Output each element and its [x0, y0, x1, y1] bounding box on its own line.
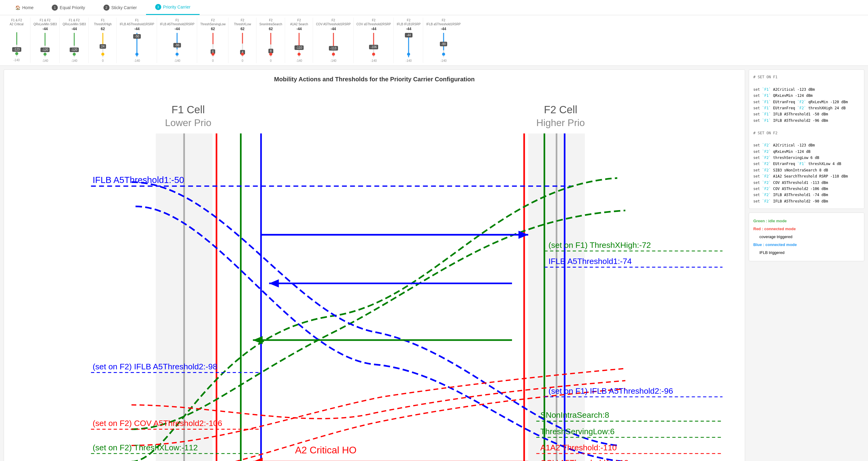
slider-top-7: 62	[240, 27, 244, 31]
slider-bot-7: 0	[242, 59, 243, 62]
slider-track-7[interactable]: 4	[238, 33, 247, 57]
slider-freq-8: F2	[269, 18, 273, 22]
slider-bot-8: 0	[270, 59, 272, 62]
track-fill-8	[271, 33, 271, 45]
slider-track-10[interactable]: -113	[329, 33, 338, 57]
slider-track-5[interactable]: -96	[173, 33, 182, 57]
tab2-label: Sticky Carrier	[111, 5, 137, 10]
iflb-a5t2-right-label: (set on F1) IFLB A5Threshold2:-96	[549, 386, 673, 396]
tab2-badge: 2	[103, 5, 110, 11]
slider-track-2[interactable]: -120	[70, 33, 79, 57]
thumb-box-4[interactable]: -50	[133, 34, 141, 39]
slider-group-6[interactable]: F2 ThreshServingLow 62 6 0	[198, 18, 228, 63]
nav-equal-priority[interactable]: 1 Equal Priority	[42, 0, 94, 15]
f2-line-2: set `F2` qRxLevMin -124 dB	[753, 149, 860, 155]
slider-param-2: QRxLevMin SIB3	[63, 22, 86, 26]
f2-line-8: set `F2` COV A5Threshold2 -106 dBm	[753, 186, 860, 192]
slider-freq-10: F2	[332, 18, 335, 22]
f1-line-4: set `F1` EUtranFreq `F2` threshXHigh 24 …	[753, 105, 860, 111]
f2-line-9: set `F2` IFLB A5Threshold1 -74 dBm	[753, 192, 860, 198]
nav-priority-carrier[interactable]: 3 Priority Carrier	[146, 0, 199, 15]
thumb-dot-2	[73, 53, 76, 56]
slider-group-2[interactable]: F1 & F2 QRxLevMin SIB3 -44 -120 -140	[60, 18, 89, 63]
slider-freq-0: F1 & F2	[11, 18, 22, 22]
f2-line-10: set `F2` IFLB A5Threshold2 -90 dBm	[753, 198, 860, 204]
home-icon: 🏠	[15, 5, 20, 10]
top-navigation: 🏠 Home 1 Equal Priority 2 Sticky Carrier…	[0, 0, 868, 15]
slider-track-11[interactable]: -106	[369, 33, 378, 57]
slider-freq-11: F2	[372, 18, 375, 22]
f1-line-2: set `F1` QRxLevMin -124 dBm	[753, 92, 860, 99]
thumb-box-12[interactable]: -44	[405, 33, 412, 37]
slider-group-10[interactable]: F2 COV A5Threshold1RSRP -44 -113 -140	[314, 18, 353, 63]
code-panel: # SET ON F1 set `F1` A2Critical -123 dBm…	[749, 69, 864, 461]
slider-group-5[interactable]: F1 IFLB A5Threshold2RSRP -44 -96 -140	[158, 18, 197, 63]
main-chart-svg: F1 Cell Lower Prio F2 Cell Higher Prio	[10, 89, 739, 461]
tab3-badge: 3	[155, 4, 161, 10]
legend-green: Green : idle mode	[753, 217, 860, 225]
slider-bot-6: 0	[212, 59, 214, 62]
a2-critical-label: A2 Critical HO	[295, 444, 356, 456]
thumb-box-11[interactable]: -106	[369, 45, 378, 49]
threshserv-label: ThreshServingLow:6	[540, 427, 615, 436]
slider-group-3[interactable]: F1 ThreshXHigh 62 24 0	[89, 18, 117, 63]
slider-track-1[interactable]: -120	[40, 33, 50, 57]
slider-track-13[interactable]: -90	[439, 33, 448, 57]
slider-track-0[interactable]: -123	[12, 32, 21, 57]
slider-track-8[interactable]: 8	[266, 33, 275, 57]
slider-track-4[interactable]: -50	[132, 33, 142, 57]
thumb-box-10[interactable]: -113	[329, 46, 338, 51]
slider-group-1[interactable]: F1 & F2 QRxLevMin SIB3 -44 -120 -140	[31, 18, 60, 63]
slider-top-5: -44	[175, 27, 180, 31]
thumb-dot-8	[269, 53, 272, 56]
slider-group-11[interactable]: F2 COV a5Threshold2RSRP -44 -106 -140	[354, 18, 394, 63]
slider-param-12: IFLB IFLB1RSRP	[397, 22, 421, 26]
slider-track-9[interactable]: -110	[294, 33, 304, 57]
slider-top-9: -44	[296, 27, 302, 31]
legend-box: Green : idle mode Red : connected mode c…	[749, 212, 864, 261]
slider-track-12[interactable]: -44	[404, 33, 413, 57]
thumb-box-0[interactable]: -123	[12, 47, 21, 52]
thumb-box-13[interactable]: -90	[440, 42, 447, 46]
slider-bot-11: -140	[371, 59, 377, 62]
thumb-box-1[interactable]: -120	[40, 48, 50, 52]
f2-line-6: set `F2` A1A2 SearchThreshold RSRP -110 …	[753, 173, 860, 179]
slider-param-4: IFLB A5Threshold1RSRP	[120, 22, 154, 26]
slider-param-13: IFLB a5Threshold1RSRP	[426, 22, 461, 26]
slider-top-10: -44	[331, 27, 336, 31]
thumb-box-2[interactable]: -120	[70, 48, 79, 52]
slider-group-7[interactable]: F2 ThreshXLow 62 4 0	[229, 18, 256, 63]
f1-line-5: set `F1` IFLB A5Threshold1 -50 dBm	[753, 111, 860, 117]
track-fill-6	[212, 33, 213, 44]
slider-group-13[interactable]: F2 IFLB a5Threshold1RSRP -44 -90 -140	[424, 18, 463, 63]
nav-home[interactable]: 🏠 Home	[6, 0, 42, 15]
slider-top-13: -44	[441, 27, 446, 31]
slider-group-12[interactable]: F2 IFLB IFLB1RSRP -44 -44 -140	[394, 18, 423, 63]
slider-freq-2: F1 & F2	[69, 18, 80, 22]
f2-cell-sub: Higher Prio	[536, 117, 585, 128]
slider-freq-12: F2	[407, 18, 410, 22]
slider-top-1: -44	[42, 27, 48, 31]
slider-group-9[interactable]: F2 A1A2 Search -44 -110 -140	[286, 18, 313, 63]
slider-group-4[interactable]: F1 IFLB A5Threshold1RSRP -44 -50 -140	[117, 18, 157, 63]
slider-group-8[interactable]: F2 SnonIntraSearch 62 8 0	[257, 18, 285, 63]
legend-blue: Blue : connected mode	[753, 241, 860, 249]
slider-freq-7: F2	[241, 18, 244, 22]
nav-sticky-carrier[interactable]: 2 Sticky Carrier	[94, 0, 146, 15]
blue-arrow-head	[269, 279, 279, 287]
slider-freq-6: F2	[211, 18, 215, 22]
slider-freq-4: F1	[135, 18, 139, 22]
slider-group-0[interactable]: F1 & F2 A2 Critical -123 -140	[3, 18, 30, 63]
track-fill-0	[16, 32, 17, 45]
thumb-box-3[interactable]: 24	[99, 44, 106, 49]
slider-track-3[interactable]: 24	[98, 33, 107, 57]
slider-top-4: -44	[134, 27, 140, 31]
slider-track-6[interactable]: 6	[208, 33, 218, 57]
f1-line-6: set `F1` IFLB A5Threshold2 -96 dBm	[753, 118, 860, 124]
legend-red-sub: coverage triggered	[753, 233, 860, 241]
slider-param-1: QRxLevMin SIB3	[33, 22, 57, 26]
slider-param-9: A1A2 Search	[290, 22, 308, 26]
thumb-box-5[interactable]: -96	[174, 43, 181, 48]
thumb-box-9[interactable]: -110	[294, 46, 304, 50]
slider-top-2: -44	[71, 27, 77, 31]
